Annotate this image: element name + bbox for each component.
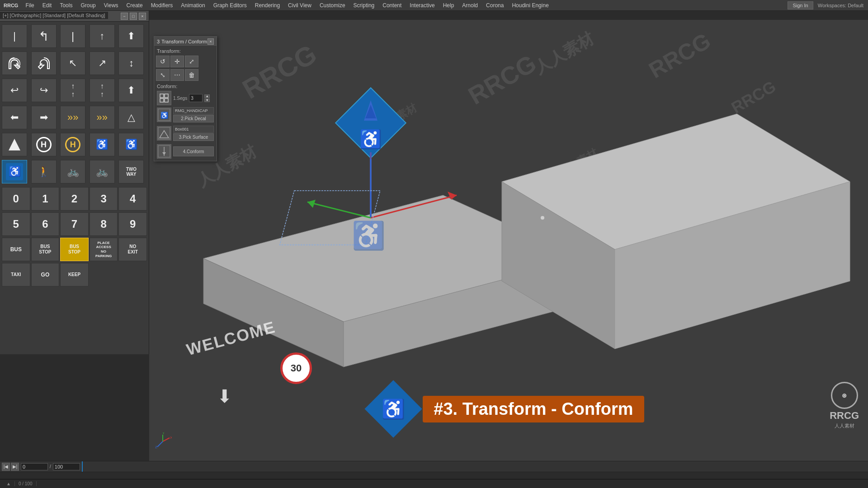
icon-cell-curve-left[interactable]: ↰ (31, 24, 57, 48)
text-bus-stop-2[interactable]: BUSSTOP (60, 238, 89, 261)
icon-right-turn[interactable]: ↪ (31, 79, 57, 102)
conform-button[interactable]: 4.Conform (173, 146, 214, 156)
menu-tools[interactable]: Tools (56, 1, 76, 9)
icon-left-arrow[interactable]: ↖ (60, 52, 85, 75)
icon-h-circle[interactable]: H (31, 133, 57, 156)
icon-wheelchair-yellow[interactable]: ♿ (118, 133, 144, 156)
menu-create[interactable]: Create (123, 1, 146, 9)
menu-interactive[interactable]: Interactive (406, 1, 438, 9)
menu-help[interactable]: Help (439, 1, 458, 9)
menu-content[interactable]: Content (379, 1, 405, 9)
text-bus-stop-1[interactable]: BUSSTOP (31, 238, 60, 261)
menu-rendering[interactable]: Rendering (251, 1, 283, 9)
icon-wheelchair-white[interactable]: ♿ (90, 133, 115, 156)
menu-file[interactable]: File (22, 1, 38, 9)
icon-dual-arrows[interactable]: ↕ (118, 52, 144, 75)
text-no-exit[interactable]: NOEXIT (118, 238, 147, 261)
current-frame-input[interactable] (21, 463, 48, 470)
icon-double-up-left[interactable]: ↑↑ (60, 79, 85, 102)
playhead[interactable] (82, 461, 83, 472)
pick-decal-button[interactable]: 2.Pick Decal (173, 115, 214, 122)
num-1[interactable]: 1 (31, 187, 60, 211)
icon-double-chevron-1[interactable]: »» (60, 106, 85, 129)
menu-graph-editors[interactable]: Graph Editors (210, 1, 250, 9)
num-8[interactable]: 8 (90, 212, 118, 236)
text-keep[interactable]: KEEP (60, 263, 89, 286)
num-7[interactable]: 7 (60, 212, 89, 236)
icon-double-chevron-2[interactable]: »» (90, 106, 115, 129)
icon-two-way[interactable]: TWOWAY (118, 160, 144, 183)
main-viewport[interactable]: RRCG 人人素材 RRCG 人人素材 RRCG 人人素材 RRCG 人人素材 … (149, 20, 868, 461)
pick-surface-button[interactable]: 3.Pick Surface (173, 133, 214, 141)
panel-restore-btn[interactable]: □ (130, 13, 137, 20)
menu-corona[interactable]: Corona (482, 1, 507, 9)
menu-houdini[interactable]: Houdini Engine (508, 1, 552, 9)
total-frames-input[interactable] (53, 463, 80, 470)
icon-bike-2[interactable]: 🚲 (90, 160, 115, 183)
icon-left-turn[interactable]: ↩ (2, 79, 27, 102)
icon-up-arrow-lg[interactable]: ⬆ (118, 79, 144, 102)
icon-cell-up-2[interactable]: ⬆ (118, 24, 144, 48)
icon-pedestrian[interactable]: 🚶 (31, 160, 57, 183)
text-taxi[interactable]: TAXI (2, 263, 30, 286)
num-0[interactable]: 0 (2, 187, 30, 211)
panel-minimize-btn[interactable]: − (121, 13, 128, 20)
num-6[interactable]: 6 (31, 212, 60, 236)
text-bus[interactable]: BUS (2, 238, 30, 261)
icon-row-6: ♿ 🚶 🚲 🚲 TWOWAY (0, 158, 149, 185)
tool-move[interactable]: ✛ (170, 56, 184, 67)
num-2[interactable]: 2 (60, 187, 89, 211)
number-row-0-4: 0 1 2 3 4 (0, 186, 149, 211)
num-4[interactable]: 4 (118, 187, 147, 211)
menu-customize[interactable]: Customize (316, 1, 349, 9)
icon-handicap-blue[interactable]: ♿ (2, 160, 27, 183)
num-5[interactable]: 5 (2, 212, 30, 236)
menu-scripting[interactable]: Scripting (350, 1, 378, 9)
rrcg-text: RRCG (830, 410, 859, 422)
menu-group[interactable]: Group (77, 1, 99, 9)
menu-civil-view[interactable]: Civil View (284, 1, 315, 9)
icon-double-up-right[interactable]: ↑↑ (90, 79, 115, 102)
text-go[interactable]: GO (31, 263, 60, 286)
text-row-2: TAXI GO KEEP (0, 262, 149, 287)
icon-h-circle-yellow[interactable]: H (60, 133, 85, 156)
menu-edit[interactable]: Edit (39, 1, 56, 9)
menu-arnold[interactable]: Arnold (458, 1, 481, 9)
icon-cell-up-1[interactable]: ↑ (90, 24, 115, 48)
icon-uturn-right[interactable] (31, 52, 57, 75)
num-9[interactable]: 9 (118, 212, 147, 236)
conform-icon-svg (158, 145, 170, 158)
menu-views[interactable]: Views (100, 1, 122, 9)
text-place[interactable]: PLACEACCESSNOPARKING (90, 238, 118, 261)
tool-align[interactable]: ⋯ (170, 69, 184, 81)
icon-up-arrow-fill[interactable] (2, 133, 27, 156)
tool-scale[interactable]: ⤢ (185, 56, 198, 67)
icon-up-hollow[interactable]: △ (118, 106, 144, 129)
btn-prev-frame[interactable]: |◀ (2, 463, 10, 471)
panel-close-btn[interactable]: × (139, 13, 146, 20)
dialog-close-btn[interactable]: × (208, 38, 214, 45)
icon-cell-line[interactable]: | (2, 24, 27, 48)
menu-animation[interactable]: Animation (177, 1, 208, 9)
rrcg-subtitle: 人人素材 (835, 422, 854, 429)
timeline-ruler[interactable] (82, 461, 866, 472)
tool-rotate[interactable]: ↺ (156, 56, 170, 67)
num-3[interactable]: 3 (90, 187, 118, 211)
menu-items: File Edit Tools Group Views Create Modif… (22, 1, 552, 9)
icon-uturn-left[interactable] (2, 52, 27, 75)
segs-up-arrow[interactable]: ▲ (204, 94, 210, 98)
icon-left-arrow-2[interactable]: ⬅ (2, 106, 27, 129)
menubar: RRCG File Edit Tools Group Views Create … (0, 0, 868, 11)
icon-cell-straight[interactable]: | (60, 24, 85, 48)
menu-modifiers[interactable]: Modifiers (147, 1, 177, 9)
sign-in-button[interactable]: Sign In (788, 1, 813, 9)
icon-right-arrow[interactable]: ↗ (90, 52, 115, 75)
svg-rect-3 (160, 99, 164, 102)
icon-right-arrow-2[interactable]: ➡ (31, 106, 57, 129)
segs-input[interactable] (189, 94, 203, 102)
btn-next-frame[interactable]: ▶| (11, 463, 19, 471)
tool-mirror[interactable]: ⤡ (156, 69, 170, 81)
icon-bike-1[interactable]: 🚲 (60, 160, 85, 183)
tool-delete[interactable]: 🗑 (185, 69, 198, 81)
segs-down-arrow[interactable]: ▼ (204, 99, 210, 102)
